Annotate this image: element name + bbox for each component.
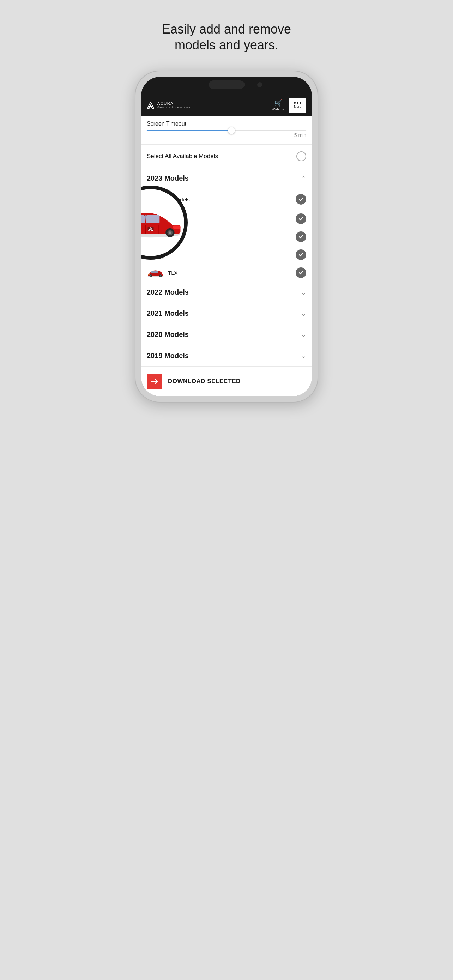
phone-frame: ACURA Genuine Accessories 🛒 Wish List	[135, 70, 318, 402]
mdx-car-zoomed	[141, 205, 184, 240]
more-dots-icon	[294, 102, 301, 104]
wishlist-button[interactable]: 🛒 Wish List	[267, 97, 289, 113]
year-group-2022-header[interactable]: 2022 Models ⌄	[141, 282, 312, 303]
download-arrow-box	[147, 374, 162, 389]
dot-3	[300, 102, 301, 104]
more-label: More	[294, 105, 301, 108]
slider-container	[147, 130, 306, 131]
screen-timeout-label: Screen Timeout	[147, 121, 306, 127]
notch-pill	[209, 80, 244, 89]
screen-timeout-section: Screen Timeout 5 min	[141, 116, 312, 145]
page-headline: Easily add and remove models and years.	[142, 21, 311, 53]
header-actions: 🛒 Wish List More	[267, 97, 306, 113]
model-item-left-tlx: TLX	[147, 267, 178, 278]
download-label: DOWNLOAD SELECTED	[168, 378, 241, 385]
model-item-tlx[interactable]: TLX	[141, 264, 312, 282]
check-circle-tlx[interactable]	[296, 267, 306, 278]
check-icon	[298, 196, 304, 202]
check-icon-tlx	[298, 270, 304, 275]
timeout-value: 5 min	[147, 131, 306, 142]
more-button[interactable]: More	[289, 98, 306, 113]
year-group-2023-header[interactable]: 2023 Models ⌃	[141, 168, 312, 189]
acura-a-icon	[147, 101, 154, 109]
acura-logo: ACURA Genuine Accessories	[147, 101, 267, 109]
tlx-car-small	[147, 268, 164, 277]
svg-rect-36	[141, 215, 145, 223]
year-2022-label: 2022 Models	[147, 288, 189, 296]
svg-point-28	[150, 275, 151, 277]
chevron-down-2019-icon: ⌄	[301, 352, 306, 360]
svg-point-44	[169, 231, 171, 234]
year-group-2020-header[interactable]: 2020 Models ⌄	[141, 324, 312, 345]
check-icon-blank	[298, 252, 304, 258]
svg-rect-25	[151, 271, 154, 273]
arrow-right-icon	[151, 377, 158, 385]
tlx-thumbnail	[147, 267, 164, 278]
dot-1	[294, 102, 296, 104]
camera-right	[257, 82, 262, 87]
check-circle-blank[interactable]	[296, 250, 306, 260]
year-group-2019-header[interactable]: 2019 Models ⌄	[141, 345, 312, 366]
svg-rect-32	[161, 274, 163, 275]
svg-rect-26	[155, 271, 158, 273]
svg-point-30	[160, 275, 161, 277]
select-all-checkbox[interactable]	[296, 151, 306, 161]
year-2020-label: 2020 Models	[147, 331, 189, 339]
year-2019-label: 2019 Models	[147, 352, 189, 360]
camera-left	[240, 82, 245, 87]
svg-rect-31	[148, 274, 150, 275]
phone-notch	[141, 77, 312, 95]
chevron-down-2021-icon: ⌄	[301, 310, 306, 318]
app-header: ACURA Genuine Accessories 🛒 Wish List	[141, 95, 312, 116]
svg-rect-37	[146, 215, 159, 223]
chevron-up-icon: ⌃	[301, 175, 306, 182]
check-circle-all-2023[interactable]	[296, 194, 306, 205]
select-all-row[interactable]: Select All Available Models	[141, 145, 312, 168]
slider-thumb[interactable]	[228, 127, 235, 134]
tlx-name: TLX	[168, 270, 178, 276]
year-2023-label: 2023 Models	[147, 174, 189, 182]
page-wrapper: Easily add and remove models and years.	[113, 7, 340, 424]
acura-brand-text: ACURA Genuine Accessories	[157, 101, 191, 109]
download-button[interactable]: DOWNLOAD SELECTED	[147, 374, 306, 389]
dot-2	[297, 102, 299, 104]
select-all-label: Select All Available Models	[147, 153, 218, 160]
timeout-slider[interactable]	[147, 130, 306, 131]
wishlist-label: Wish List	[272, 108, 285, 111]
svg-rect-46	[173, 226, 180, 228]
check-icon-mdx	[298, 216, 304, 221]
year-group-2021-header[interactable]: 2021 Models ⌄	[141, 303, 312, 324]
check-circle-mdx[interactable]	[296, 213, 306, 224]
chevron-down-2022-icon: ⌄	[301, 289, 306, 296]
slider-fill	[147, 130, 235, 131]
year-2021-label: 2021 Models	[147, 309, 189, 318]
download-section: DOWNLOAD SELECTED	[141, 366, 312, 396]
check-icon-rdx	[298, 234, 304, 240]
check-circle-rdx[interactable]	[296, 231, 306, 242]
phone-inner: ACURA Genuine Accessories 🛒 Wish List	[141, 77, 312, 396]
cart-icon: 🛒	[275, 99, 282, 107]
chevron-down-2020-icon: ⌄	[301, 331, 306, 339]
